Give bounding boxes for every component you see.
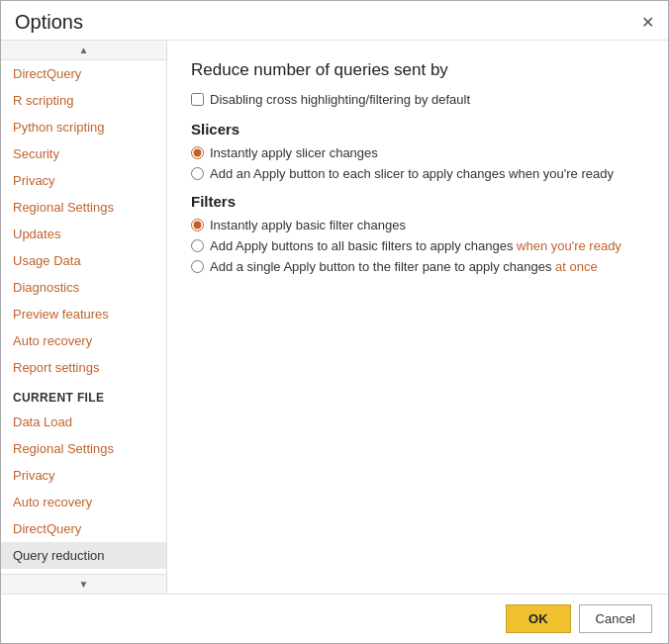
sidebar-item-rscripting[interactable]: R scripting <box>1 87 166 114</box>
filters-header: Filters <box>191 193 644 210</box>
filter-radio-3[interactable] <box>191 260 204 273</box>
filter-label-3-highlight: at once <box>551 259 597 274</box>
filter-label-3-part1: Add a single Apply button to the filter … <box>210 259 551 274</box>
sidebar: ▲ DirectQueryR scriptingPython scripting… <box>1 41 167 594</box>
sidebar-item-updates[interactable]: Updates <box>1 221 166 247</box>
title-bar: Options ✕ <box>1 1 668 40</box>
filter-label-2-highlight: when you're ready <box>513 238 621 253</box>
filters-radio-group: Instantly apply basic filter changes Add… <box>191 218 644 274</box>
filter-radio-row-2: Add Apply buttons to all basic filters t… <box>191 238 644 253</box>
cancel-button[interactable]: Cancel <box>579 604 652 633</box>
filter-radio-row-3: Add a single Apply button to the filter … <box>191 259 644 274</box>
sidebar-item-regional2[interactable]: Regional Settings <box>1 435 166 462</box>
sidebar-item-queryreduction[interactable]: Query reduction <box>1 542 166 569</box>
scroll-down-arrow[interactable]: ▼ <box>1 574 166 594</box>
content-title: Reduce number of queries sent by <box>191 60 644 80</box>
slicers-radio-group: Instantly apply slicer changes Add an Ap… <box>191 145 644 181</box>
sidebar-item-privacy[interactable]: Privacy <box>1 167 166 194</box>
filter-label-2-part1: Add Apply buttons to all basic filters t… <box>210 238 513 253</box>
filter-label-2: Add Apply buttons to all basic filters t… <box>210 238 621 253</box>
sidebar-item-regional[interactable]: Regional Settings <box>1 194 166 221</box>
sidebar-item-dataload[interactable]: Data Load <box>1 409 166 435</box>
current-file-label: CURRENT FILE <box>1 381 166 409</box>
filter-radio-1[interactable] <box>191 219 204 231</box>
dialog-footer: OK Cancel <box>1 594 668 643</box>
sidebar-item-python[interactable]: Python scripting <box>1 114 166 140</box>
sidebar-scroll[interactable]: DirectQueryR scriptingPython scriptingSe… <box>1 60 166 574</box>
dialog-title: Options <box>15 11 83 34</box>
ok-button[interactable]: OK <box>506 604 571 633</box>
sidebar-item-directquery[interactable]: DirectQuery <box>1 60 166 87</box>
slicers-header: Slicers <box>191 121 644 138</box>
sidebar-item-usagedata[interactable]: Usage Data <box>1 247 166 274</box>
close-button[interactable]: ✕ <box>641 15 654 31</box>
sidebar-item-directquery2[interactable]: DirectQuery <box>1 515 166 542</box>
sidebar-item-autorecovery[interactable]: Auto recovery <box>1 327 166 354</box>
slicer-radio-1[interactable] <box>191 146 204 159</box>
slicer-label-1: Instantly apply slicer changes <box>210 145 378 160</box>
sidebar-item-autorecovery2[interactable]: Auto recovery <box>1 489 166 515</box>
slicer-radio-row-1: Instantly apply slicer changes <box>191 145 644 160</box>
sidebar-item-preview[interactable]: Preview features <box>1 301 166 327</box>
filter-radio-row-1: Instantly apply basic filter changes <box>191 218 644 232</box>
slicer-label-2: Add an Apply button to each slicer to ap… <box>210 166 614 181</box>
sidebar-item-privacy2[interactable]: Privacy <box>1 462 166 489</box>
dialog-body: ▲ DirectQueryR scriptingPython scripting… <box>1 40 668 594</box>
filter-radio-2[interactable] <box>191 239 204 252</box>
content-area: Reduce number of queries sent by Disabli… <box>167 41 668 594</box>
slicer-radio-row-2: Add an Apply button to each slicer to ap… <box>191 166 644 181</box>
checkbox-row: Disabling cross highlighting/filtering b… <box>191 92 644 107</box>
sidebar-item-reportsettings[interactable]: Report settings <box>1 354 166 381</box>
cross-highlight-label: Disabling cross highlighting/filtering b… <box>210 92 470 107</box>
scroll-up-arrow[interactable]: ▲ <box>1 41 166 60</box>
filter-label-3: Add a single Apply button to the filter … <box>210 259 598 274</box>
filter-label-1: Instantly apply basic filter changes <box>210 218 406 232</box>
cross-highlight-checkbox[interactable] <box>191 93 204 106</box>
slicer-radio-2[interactable] <box>191 167 204 180</box>
sidebar-item-security[interactable]: Security <box>1 140 166 167</box>
sidebar-item-diagnostics[interactable]: Diagnostics <box>1 274 166 301</box>
options-dialog: Options ✕ ▲ DirectQueryR scriptingPython… <box>0 0 669 644</box>
